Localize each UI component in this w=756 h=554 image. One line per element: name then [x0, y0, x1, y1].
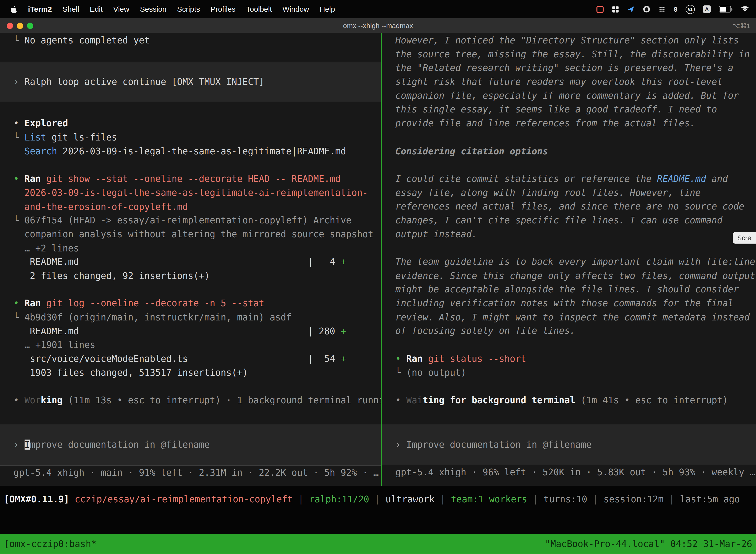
menu-item-view[interactable]: View	[108, 0, 135, 18]
left-status-line: gpt-5.4 xhigh · main · 91% left · 2.31M …	[0, 466, 381, 480]
text-segment: Considering citation options	[395, 146, 548, 156]
minimize-button[interactable]	[17, 22, 23, 29]
terminal-line: the "Related research writing" section i…	[382, 62, 756, 75]
text-segment: Wai	[406, 395, 423, 405]
text-segment: I could cite commit statistics or refere…	[395, 174, 657, 184]
blank-line	[382, 130, 756, 145]
terminal-line: slight risk that future readers may over…	[382, 75, 756, 89]
terminal-line: the source tree, missing the essay. Stil…	[382, 48, 756, 62]
menu-bar-left: iTerm2 Shell Edit View Session Scripts P…	[0, 0, 340, 18]
wifi-icon[interactable]	[741, 6, 749, 12]
text-segment: └ 067f154 (HEAD -> essay/ai-reimplementa…	[13, 215, 352, 225]
apple-icon	[10, 5, 17, 13]
text-segment: and	[706, 174, 728, 184]
menu-item-shell[interactable]: Shell	[57, 0, 84, 18]
battery-gauge-icon[interactable]: 61	[686, 4, 695, 14]
menu-item-session[interactable]: Session	[135, 0, 172, 18]
text-segment: However, I noticed the "Directory Struct…	[395, 35, 739, 45]
text-segment: [OMX#0.11.9]	[4, 494, 75, 504]
text-segment: README.md | 4	[13, 257, 340, 267]
terminal-line: of focusing solely on file lines.	[382, 324, 756, 338]
menu-item-app[interactable]: iTerm2	[22, 0, 57, 18]
terminal-line: 2 files changed, 92 insertions(+)	[0, 269, 381, 283]
text-segment: Ran	[406, 354, 428, 364]
terminal-line: [OMX#0.11.9] cczip/essay/ai-reimplementa…	[0, 493, 756, 507]
left-pane-body: • Explored└ List git ls-files Search 202…	[0, 117, 381, 407]
screen-button[interactable]: Scre	[733, 232, 756, 244]
text-segment: Ran	[24, 174, 46, 184]
terminal-line: Search 2026-03-09-is-legal-the-same-as-l…	[0, 145, 381, 159]
text-segment: ›	[13, 440, 24, 450]
terminal-line: … +1901 lines	[0, 338, 381, 352]
text-segment: slight risk that future readers may over…	[395, 77, 722, 87]
left-input-line: › Improve documentation in @filename	[0, 438, 381, 452]
text-segment: and-the-erosion-of-copyleft.md	[13, 202, 188, 212]
text-segment: •	[13, 118, 24, 128]
title-bar[interactable]: omx --xhigh --madmax ⌥⌘1	[0, 18, 756, 33]
text-segment: (1m 41s • esc to interrupt)	[575, 395, 728, 405]
terminal-line: changes, I can't cite specific file line…	[382, 214, 756, 228]
text-segment: session:12m	[604, 494, 664, 504]
text-segment: └	[395, 367, 406, 378]
menu-item-window[interactable]: Window	[277, 0, 314, 18]
text-segment: Search	[24, 146, 57, 156]
text-segment: |	[587, 494, 604, 504]
text-segment: might be acceptable alongside the file l…	[395, 284, 739, 295]
terminal-line: • Ran git status --short	[382, 352, 756, 366]
blank-line	[0, 158, 381, 172]
blank-line	[382, 158, 756, 172]
text-segment: +	[340, 326, 346, 336]
text-segment: git ls-files	[46, 132, 117, 143]
text-segment: companion file, especially if more comme…	[395, 91, 739, 101]
input-source-icon[interactable]: A	[703, 5, 711, 13]
zoom-button[interactable]	[27, 22, 33, 29]
text-segment: |	[293, 494, 309, 504]
menu-bar-status-icons: 8 61 A	[597, 4, 756, 14]
dots-grid-icon[interactable]	[659, 6, 666, 12]
circular-app-icon[interactable]	[643, 5, 650, 13]
terminal-line: output instead.	[382, 228, 756, 241]
text-segment: references need actual files, and since …	[395, 201, 744, 212]
paper-plane-icon[interactable]	[628, 5, 635, 13]
eight-badge-icon[interactable]: 8	[674, 5, 678, 13]
text-segment: Explored	[24, 118, 68, 128]
text-segment: cczip/essay/ai-reimplementation-copyleft	[75, 494, 293, 504]
terminal-line: companion file, especially if more comme…	[382, 89, 756, 103]
terminal-line: └ 067f154 (HEAD -> essay/ai-reimplementa…	[0, 214, 381, 228]
text-segment: git status --short	[428, 354, 526, 364]
menu-item-edit[interactable]: Edit	[84, 0, 108, 18]
left-pane[interactable]: └ No agents completed yet › Ralph loop a…	[0, 33, 381, 486]
menu-item-help[interactable]: Help	[314, 0, 340, 18]
terminal-line: README.md | 280 +	[0, 325, 381, 339]
text-segment: •	[13, 174, 24, 184]
text-segment: |	[664, 494, 680, 504]
text-segment: 2026-03-09-is-legal-the-same-as-legitima…	[13, 188, 368, 198]
menu-item-scripts[interactable]: Scripts	[172, 0, 205, 18]
text-segment: The team guideline is to back every impo…	[395, 257, 755, 267]
menu-item-toolbelt[interactable]: Toolbelt	[241, 0, 277, 18]
close-button[interactable]	[7, 22, 13, 29]
apple-menu[interactable]	[0, 5, 22, 13]
text-segment: the "Related research writing" section i…	[395, 63, 734, 73]
terminal-line: └ (no output)	[382, 366, 756, 380]
battery-icon[interactable]	[719, 6, 732, 12]
right-input-box[interactable]: › Improve documentation in @filename	[382, 425, 756, 465]
terminal-line: review. Also, I might want to inspect th…	[382, 311, 756, 324]
screen-recording-indicator-icon[interactable]	[597, 5, 604, 13]
menu-item-profiles[interactable]: Profiles	[205, 0, 241, 18]
window-grid-icon[interactable]	[612, 5, 619, 13]
window-title: omx --xhigh --madmax	[343, 21, 413, 29]
left-input-box[interactable]: › Improve documentation in @filename	[0, 425, 381, 465]
terminal-line: The team guideline is to back every impo…	[382, 255, 756, 269]
text-segment: •	[13, 298, 24, 309]
right-pane[interactable]: However, I noticed the "Directory Struct…	[382, 33, 756, 486]
text-segment: changes, I can't cite specific file line…	[395, 215, 722, 225]
text-segment: +	[340, 354, 346, 364]
terminal: └ No agents completed yet › Ralph loop a…	[0, 33, 756, 486]
text-segment: git show --stat --oneline --decorate HEA…	[46, 174, 340, 184]
text-segment: git log --oneline --decorate -n 5 --stat	[46, 298, 264, 309]
terminal-line: However, I noticed the "Directory Struct…	[382, 34, 756, 48]
text-segment: └	[13, 132, 24, 143]
text-segment: including verification notes with those …	[395, 298, 734, 308]
blank-line	[0, 380, 381, 394]
